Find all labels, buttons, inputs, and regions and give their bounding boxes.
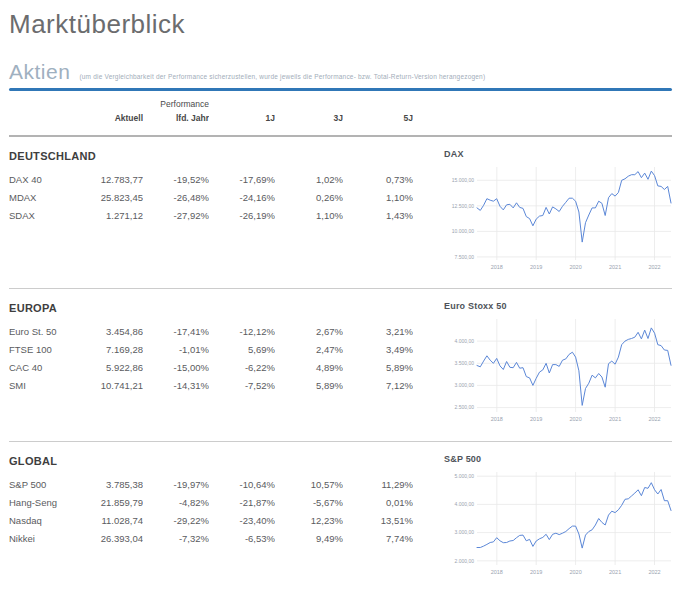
table-row: FTSE 100 7.169,28 -1,01% 5,69% 2,47% 3,4… (9, 341, 413, 359)
value-aktuell: 21.859,79 (89, 494, 143, 512)
value-3j: 5,89% (275, 377, 343, 395)
value-5j: 1,43% (343, 207, 413, 225)
value-lfd-jahr: -19,97% (143, 476, 209, 494)
table-header-row: Performance Aktuell lfd. Jahr 1J 3J 5J (9, 91, 672, 137)
value-1j: -21,87% (209, 494, 275, 512)
value-1j: 5,69% (209, 341, 275, 359)
chart-title-euro-stoxx: Euro Stoxx 50 (444, 301, 674, 311)
section-europa: EUROPA Euro St. 50 3.454,86 -17,41% -12,… (9, 289, 672, 442)
value-1j: -6,22% (209, 359, 275, 377)
section-note: (um die Vergleichbarkeit der Performance… (79, 73, 485, 80)
value-3j: 4,89% (275, 359, 343, 377)
chart-title-dax: DAX (444, 149, 674, 159)
x-tick-label: 2020 (569, 569, 581, 575)
value-lfd-jahr: -4,82% (143, 494, 209, 512)
europa-table-area: EUROPA Euro St. 50 3.454,86 -17,41% -12,… (9, 301, 439, 441)
value-lfd-jahr: -7,32% (143, 530, 209, 548)
x-tick-label: 2022 (648, 264, 660, 270)
x-tick-label: 2018 (491, 416, 503, 422)
value-5j: 0,73% (343, 171, 413, 189)
europa-table: Euro St. 50 3.454,86 -17,41% -12,12% 2,6… (9, 323, 413, 395)
deutschland-table-area: DEUTSCHLAND DAX 40 12.783,77 -19,52% -17… (9, 149, 439, 288)
value-5j: 7,12% (343, 377, 413, 395)
value-3j: 12,23% (275, 512, 343, 530)
y-tick-label: 4.000,00 (455, 337, 475, 343)
table-row: Nikkei 26.393,04 -7,32% -6,53% 9,49% 7,7… (9, 530, 413, 548)
euro-stoxx-line-chart: 201820192020202120224.000,003.500,003.00… (444, 314, 674, 426)
value-3j: 10,57% (275, 476, 343, 494)
index-label: MDAX (9, 189, 89, 207)
value-aktuell: 12.783,77 (89, 171, 143, 189)
group-title-europa: EUROPA (9, 302, 439, 314)
col-1j: 1J (209, 113, 275, 123)
section-header: Aktien (um die Vergleichbarkeit der Perf… (9, 60, 672, 84)
table-row: S&P 500 3.785,38 -19,97% -10,64% 10,57% … (9, 476, 413, 494)
column-header-row: Aktuell lfd. Jahr 1J 3J 5J (9, 113, 413, 123)
value-3j: -5,67% (275, 494, 343, 512)
group-header-performance: Performance (143, 99, 209, 113)
table-row: DAX 40 12.783,77 -19,52% -17,69% 1,02% 0… (9, 171, 413, 189)
group-header-row: Performance (9, 99, 413, 113)
x-tick-label: 2020 (569, 416, 581, 422)
value-aktuell: 5.922,86 (89, 359, 143, 377)
value-1j: -10,64% (209, 476, 275, 494)
value-5j: 3,21% (343, 323, 413, 341)
y-tick-label: 7.500,00 (455, 253, 475, 259)
index-label: Nasdaq (9, 512, 89, 530)
x-tick-label: 2019 (530, 569, 542, 575)
deutschland-table: DAX 40 12.783,77 -19,52% -17,69% 1,02% 0… (9, 171, 413, 225)
y-tick-label: 2.500,00 (455, 404, 475, 410)
x-tick-label: 2018 (491, 569, 503, 575)
value-1j: -12,12% (209, 323, 275, 341)
value-1j: -6,53% (209, 530, 275, 548)
value-aktuell: 3.454,86 (89, 323, 143, 341)
x-tick-label: 2019 (530, 416, 542, 422)
chart-sp500: S&P 500 201820192020202120225.000,004.00… (439, 454, 674, 593)
value-1j: -23,40% (209, 512, 275, 530)
x-tick-label: 2021 (609, 264, 621, 270)
chart-euro-stoxx: Euro Stoxx 50 201820192020202120224.000,… (439, 301, 674, 441)
index-label: FTSE 100 (9, 341, 89, 359)
sp500-line-chart: 201820192020202120225.000,004.000,003.00… (444, 467, 674, 579)
table-row: CAC 40 5.922,86 -15,00% -6,22% 4,89% 5,8… (9, 359, 413, 377)
x-tick-label: 2020 (569, 264, 581, 270)
table-row: MDAX 25.823,45 -26,48% -24,16% 0,26% 1,1… (9, 189, 413, 207)
table-row: Nasdaq 11.028,74 -29,22% -23,40% 12,23% … (9, 512, 413, 530)
table-header-left: Performance Aktuell lfd. Jahr 1J 3J 5J (9, 99, 439, 123)
value-5j: 1,10% (343, 189, 413, 207)
group-title-deutschland: DEUTSCHLAND (9, 150, 439, 162)
value-lfd-jahr: -29,22% (143, 512, 209, 530)
y-tick-label: 3.500,00 (455, 360, 475, 366)
y-tick-label: 2.000,00 (455, 557, 475, 563)
dax-line-chart: 2018201920202021202215.000,0012.500,0010… (444, 162, 674, 274)
value-lfd-jahr: -14,31% (143, 377, 209, 395)
index-label: SDAX (9, 207, 89, 225)
x-tick-label: 2018 (491, 264, 503, 270)
value-1j: -7,52% (209, 377, 275, 395)
value-aktuell: 26.393,04 (89, 530, 143, 548)
x-tick-label: 2019 (530, 264, 542, 270)
value-aktuell: 7.169,28 (89, 341, 143, 359)
value-lfd-jahr: -1,01% (143, 341, 209, 359)
y-tick-label: 5.000,00 (455, 473, 475, 479)
index-label: SMI (9, 377, 89, 395)
page-title: Marktüberblick (9, 10, 672, 39)
col-5j: 5J (343, 113, 413, 123)
index-label: CAC 40 (9, 359, 89, 377)
table-row: SDAX 1.271,12 -27,92% -26,19% 1,10% 1,43… (9, 207, 413, 225)
global-table-area: GLOBAL S&P 500 3.785,38 -19,97% -10,64% … (9, 454, 439, 593)
value-lfd-jahr: -19,52% (143, 171, 209, 189)
header-table: Performance Aktuell lfd. Jahr 1J 3J 5J (9, 99, 413, 123)
col-3j: 3J (275, 113, 343, 123)
index-label: Hang-Seng (9, 494, 89, 512)
x-tick-label: 2022 (648, 569, 660, 575)
table-row: SMI 10.741,21 -14,31% -7,52% 5,89% 7,12% (9, 377, 413, 395)
value-3j: 1,10% (275, 207, 343, 225)
global-table: S&P 500 3.785,38 -19,97% -10,64% 10,57% … (9, 476, 413, 548)
market-overview-page: Marktüberblick Aktien (um die Vergleichb… (0, 0, 678, 593)
value-5j: 11,29% (343, 476, 413, 494)
value-3j: 2,67% (275, 323, 343, 341)
y-tick-label: 3.000,00 (455, 382, 475, 388)
value-aktuell: 11.028,74 (89, 512, 143, 530)
value-aktuell: 1.271,12 (89, 207, 143, 225)
